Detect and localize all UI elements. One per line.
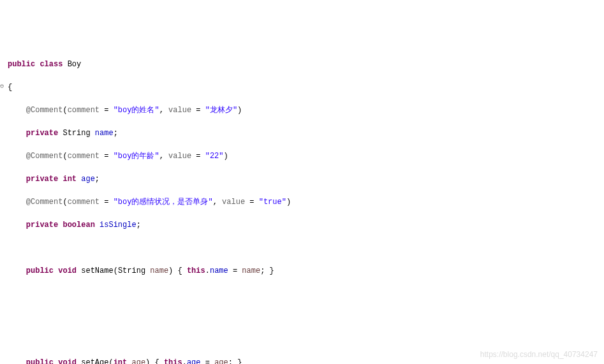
annotation: @Comment [26,106,63,115]
field: name [95,129,114,138]
fold-icon[interactable]: ⊖ [0,82,4,91]
method: setName [81,266,113,275]
ann-key: comment [68,106,99,115]
ann-key: comment [68,152,99,161]
annotation: @Comment [26,198,63,207]
string-literal: "true" [259,198,286,207]
code-line [8,288,604,300]
keyword: private [26,129,58,138]
code-editor: public class Boy ⊖{ @Comment(comment = "… [0,46,604,364]
code-line: private String name; [8,127,604,139]
code-line: @Comment(comment = "boy的姓名", value = "龙林… [8,105,604,116]
keyword: void [58,266,77,275]
field: age [81,175,95,184]
ann-key: value [168,152,191,161]
field: name [210,266,228,275]
field: isSingle [99,221,136,229]
code-line: public void setAge(int age) { this.age =… [8,357,604,364]
code-line [8,311,604,323]
string-literal: "boy的年龄" [114,152,159,161]
keyword: int [63,175,77,184]
type: String [118,266,145,275]
ann-key: value [222,198,245,207]
string-literal: "22" [205,152,224,161]
code-line: private int age; [8,173,604,185]
type: String [63,129,90,138]
code-line: ⊖{ [8,82,604,93]
keyword: this [187,266,205,275]
keyword: private [26,175,58,184]
code-line: public void setName(String name) { this.… [8,265,604,277]
keyword: this [164,358,182,364]
keyword: boolean [63,221,94,229]
method: setAge [81,358,108,364]
string-literal: "boy的感情状况，是否单身" [114,198,213,207]
keyword: int [114,358,128,364]
annotation: @Comment [26,152,63,161]
string-literal: "boy的姓名" [114,106,159,115]
keyword: private [26,221,58,229]
keyword: public [8,60,35,69]
class-name: Boy [68,60,82,69]
code-line: public class Boy [8,59,604,70]
code-line [8,334,604,346]
keyword: void [58,358,77,364]
code-line: @Comment(comment = "boy的感情状况，是否单身", valu… [8,196,604,208]
code-line: @Comment(comment = "boy的年龄", value = "22… [8,150,604,162]
ann-key: value [168,106,191,115]
param: name [150,266,168,275]
code-line [8,242,604,254]
keyword: public [26,266,54,275]
field: age [187,358,201,364]
param: age [214,358,228,364]
param: name [242,266,260,275]
keyword: public [26,358,54,364]
ann-key: comment [68,198,99,207]
keyword: class [40,60,63,69]
code-line: private boolean isSingle; [8,219,604,231]
string-literal: "龙林夕" [205,106,237,115]
param: age [131,358,145,364]
